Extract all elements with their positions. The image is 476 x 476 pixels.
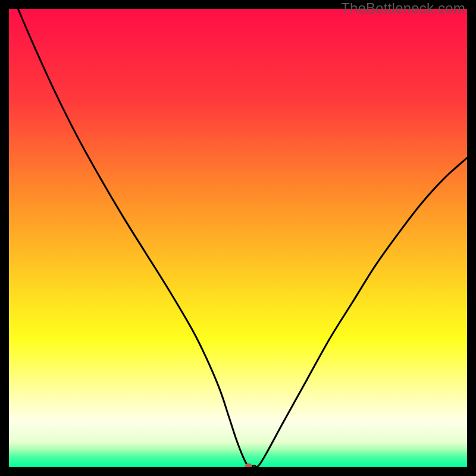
chart-frame xyxy=(9,9,467,467)
watermark-text: TheBottleneck.com xyxy=(341,0,465,17)
gradient-background xyxy=(9,9,467,467)
bottleneck-chart xyxy=(9,9,467,467)
